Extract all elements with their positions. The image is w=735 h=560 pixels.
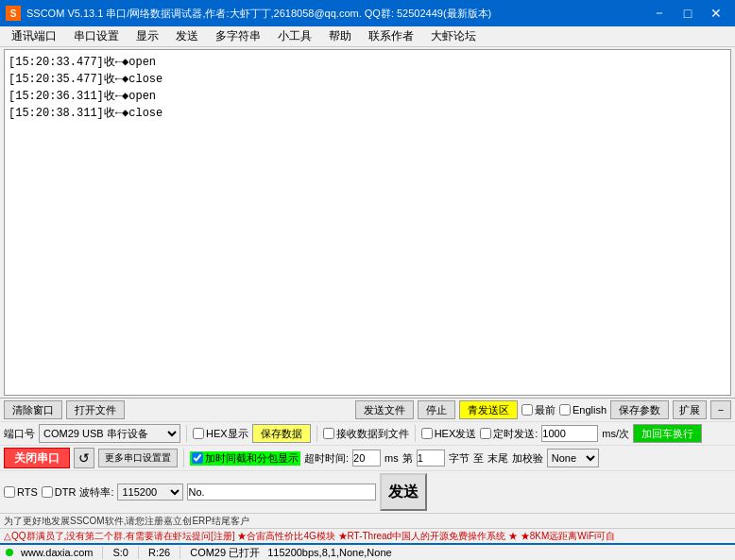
end-label: 末尾 — [487, 451, 508, 466]
status-website: www.daxia.com — [21, 547, 93, 558]
timeout-input[interactable] — [352, 450, 381, 467]
menu-send[interactable]: 发送 — [168, 26, 206, 46]
menu-contact[interactable]: 联系作者 — [361, 26, 421, 46]
status-port: COM29 已打开 — [190, 546, 260, 560]
expand-button[interactable]: 扩展 — [673, 400, 707, 419]
interval-unit: ms/次 — [602, 427, 629, 441]
status-dot — [6, 549, 13, 556]
dtr-checkbox[interactable] — [42, 486, 53, 498]
title-bar: S SSCOM V5.13.1 串口/网络数据调试器,作者:大虾丁丁,26180… — [0, 0, 735, 26]
open-file-button[interactable]: 打开文件 — [66, 400, 125, 419]
log-line-3: [15:20:36.311]收←◆open — [9, 88, 726, 105]
check-label: 加校验 — [512, 451, 543, 466]
page-num-input[interactable] — [417, 450, 445, 467]
recv-to-file-label[interactable]: 接收数据到文件 — [323, 427, 409, 441]
hex-send-label[interactable]: HEX发送 — [421, 427, 477, 441]
close-port-button[interactable]: 关闭串口 — [4, 448, 70, 468]
minus-button[interactable]: － — [710, 400, 731, 419]
multi-port-button[interactable]: 更多串口设置置 — [98, 449, 178, 467]
maximize-button[interactable]: □ — [675, 0, 701, 26]
menu-tools[interactable]: 小工具 — [270, 26, 319, 46]
window-title: SSCOM V5.13.1 串口/网络数据调试器,作者:大虾丁丁,2618058… — [26, 7, 491, 21]
bottom-controls: 清除窗口 打开文件 发送文件 停止 青发送区 最前 English 保存参数 扩… — [0, 398, 735, 560]
dtr-label[interactable]: DTR — [42, 486, 77, 498]
info-row1: 为了更好地发展SSCOM软件,请您注册嘉立创ERP结尾客户 — [0, 513, 735, 528]
title-bar-left: S SSCOM V5.13.1 串口/网络数据调试器,作者:大虾丁丁,26180… — [6, 6, 491, 21]
status-config: 115200bps,8,1,None,None — [267, 547, 392, 558]
app-icon: S — [6, 6, 21, 21]
add-cr-button[interactable]: 加回车换行 — [633, 424, 702, 443]
refresh-button[interactable]: ↺ — [74, 448, 94, 468]
close-button[interactable]: ✕ — [703, 0, 729, 26]
hex-send-checkbox[interactable] — [421, 428, 433, 439]
log-area: [15:20:33.477]收←◆open [15:20:35.477]收←◆c… — [4, 49, 731, 396]
save-data-button[interactable]: 保存数据 — [252, 424, 311, 443]
status-bar: www.daxia.com S:0 R:26 COM29 已打开 115200b… — [0, 543, 735, 560]
hex-display-label[interactable]: HEX显示 — [193, 427, 248, 441]
rts-checkbox[interactable] — [4, 486, 15, 498]
english-checkbox[interactable] — [559, 404, 571, 416]
menu-serial-settings[interactable]: 串口设置 — [66, 26, 127, 46]
main-window: S SSCOM V5.13.1 串口/网络数据调试器,作者:大虾丁丁,26180… — [0, 0, 735, 560]
toolbar-row3: 关闭串口 ↺ 更多串口设置置 加时间截和分包显示 超时时间: ms 第 字节 至… — [0, 445, 735, 470]
byte-label: 字节 — [449, 451, 470, 466]
title-controls: － □ ✕ — [646, 0, 729, 26]
toolbar-row2: 端口号 COM29 USB 串行设备 HEX显示 保存数据 接收数据到文件 HE… — [0, 421, 735, 445]
menu-bar: 通讯端口 串口设置 显示 发送 多字符串 小工具 帮助 联系作者 大虾论坛 — [0, 26, 735, 47]
interval-input[interactable]: 1000 — [541, 425, 598, 442]
log-line-1: [15:20:33.477]收←◆open — [9, 54, 726, 71]
to-label: 至 — [473, 451, 484, 466]
stop-button[interactable]: 停止 — [418, 400, 455, 419]
send-button[interactable]: 发送 — [380, 473, 427, 511]
log-line-2: [15:20:35.477]收←◆close — [9, 71, 726, 88]
toolbar-row1: 清除窗口 打开文件 发送文件 停止 青发送区 最前 English 保存参数 扩… — [0, 399, 735, 421]
latest-checkbox[interactable] — [521, 404, 533, 416]
baud-label: 波特率: — [79, 485, 113, 500]
menu-display[interactable]: 显示 — [128, 26, 166, 46]
timestamp-checkbox[interactable] — [192, 452, 203, 464]
toolbar-row4: RTS DTR 波特率: 115200 9600 38400 发送 — [0, 470, 735, 513]
baud-select[interactable]: 115200 9600 38400 — [117, 484, 183, 501]
menu-multistring[interactable]: 多字符串 — [208, 26, 268, 46]
info-row2: △QQ群满员了,没有第二个群.有需要请在虾坛提问[注册] ★合宙高性价比4G模块… — [0, 528, 735, 543]
recv-to-file-checkbox[interactable] — [323, 428, 334, 439]
menu-help[interactable]: 帮助 — [321, 26, 359, 46]
clear-window-button[interactable]: 清除窗口 — [4, 400, 62, 419]
status-r: R:26 — [148, 547, 170, 558]
info-text1: 为了更好地发展SSCOM软件,请您注册嘉立创ERP结尾客户 — [4, 516, 249, 526]
send-file-button[interactable]: 发送文件 — [355, 400, 414, 419]
timed-send-checkbox[interactable] — [480, 428, 491, 439]
send-area-button[interactable]: 青发送区 — [459, 400, 518, 419]
save-param-button[interactable]: 保存参数 — [610, 400, 669, 419]
status-s: S:0 — [112, 547, 128, 558]
port-select[interactable]: COM29 USB 串行设备 — [39, 424, 180, 443]
english-label[interactable]: English — [559, 404, 607, 416]
rts-label[interactable]: RTS — [4, 486, 38, 498]
timeout-unit: ms — [385, 452, 399, 464]
port-label: 端口号 — [4, 427, 35, 441]
page-label: 第 — [402, 451, 413, 466]
timeout-label: 超时时间: — [304, 451, 349, 466]
minimize-button[interactable]: － — [646, 0, 673, 26]
hex-display-checkbox[interactable] — [193, 428, 204, 439]
log-line-4: [15:20:38.311]收←◆close — [9, 105, 726, 122]
menu-comm-port[interactable]: 通讯端口 — [4, 26, 64, 46]
timestamp-label[interactable]: 加时间截和分包显示 — [190, 451, 300, 466]
timed-send-label[interactable]: 定时发送: — [480, 427, 538, 441]
menu-forum[interactable]: 大虾论坛 — [423, 26, 484, 46]
info-text2: △QQ群满员了,没有第二个群.有需要请在虾坛提问[注册] ★合宙高性价比4G模块… — [4, 531, 615, 541]
check-select[interactable]: None — [547, 449, 599, 467]
send-text-input[interactable] — [187, 484, 376, 501]
latest-label[interactable]: 最前 — [521, 403, 556, 417]
